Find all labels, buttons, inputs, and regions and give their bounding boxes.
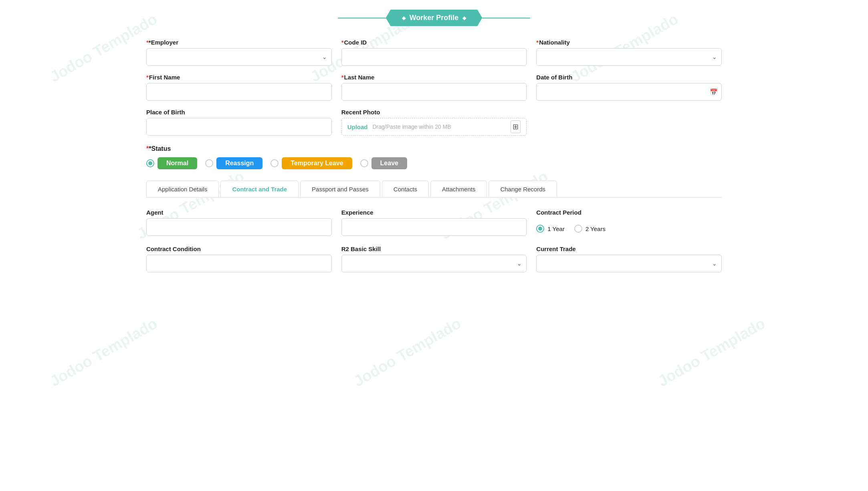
contract-condition-group: Contract Condition xyxy=(146,246,332,272)
header-line-left xyxy=(338,18,386,18)
radio-normal[interactable] xyxy=(146,159,154,167)
contract-period-options: 1 Year 2 Years xyxy=(536,220,722,237)
dob-input[interactable] xyxy=(536,83,722,101)
contract-condition-input[interactable] xyxy=(146,255,332,272)
status-option-reassign[interactable]: Reassign xyxy=(205,157,262,169)
radio-2years[interactable] xyxy=(574,225,582,233)
radio-temp-leave[interactable] xyxy=(270,159,279,167)
experience-input[interactable] xyxy=(341,218,527,236)
tab-content-contract: Agent Experience Contract Period 1 Year xyxy=(146,209,722,272)
current-trade-label: Current Trade xyxy=(536,246,722,252)
page-header: Worker Profile xyxy=(146,10,722,26)
radio-2years-label: 2 Years xyxy=(585,225,606,232)
status-option-leave[interactable]: Leave xyxy=(360,157,407,169)
contract-period-2years[interactable]: 2 Years xyxy=(574,225,606,233)
first-name-input[interactable] xyxy=(146,83,332,101)
status-option-normal[interactable]: Normal xyxy=(146,157,197,169)
tab-attachments[interactable]: Attachments xyxy=(430,181,487,197)
status-section: **Status Normal Reassign Temporary Leave xyxy=(146,145,722,169)
experience-label: Experience xyxy=(341,209,527,216)
place-of-birth-group: Place of Birth xyxy=(146,109,332,136)
first-name-group: *First Name xyxy=(146,74,332,101)
tab-contacts[interactable]: Contacts xyxy=(382,181,429,197)
status-options: Normal Reassign Temporary Leave Leave xyxy=(146,157,722,169)
r2-basic-skill-group: R2 Basic Skill ⌄ xyxy=(341,246,527,272)
employer-group: **Employer ⌄ xyxy=(146,39,332,66)
contract-period-label: Contract Period xyxy=(536,209,722,216)
tab-passport-and-passes[interactable]: Passport and Passes xyxy=(300,181,380,197)
r2-basic-skill-select[interactable] xyxy=(341,255,527,272)
current-trade-wrapper: ⌄ xyxy=(536,255,722,272)
code-id-input[interactable] xyxy=(341,48,527,66)
dob-wrapper: 📅 xyxy=(536,83,722,101)
status-option-temp-leave[interactable]: Temporary Leave xyxy=(270,157,352,169)
first-name-label: *First Name xyxy=(146,74,332,81)
upload-button[interactable]: Upload xyxy=(347,124,368,130)
header-line-right xyxy=(482,18,530,18)
agent-label: Agent xyxy=(146,209,332,216)
recent-photo-group: Recent Photo Upload Drag/Paste image wit… xyxy=(341,109,527,136)
status-badge-normal[interactable]: Normal xyxy=(157,157,197,169)
place-of-birth-input[interactable] xyxy=(146,118,332,136)
contract-condition-label: Contract Condition xyxy=(146,246,332,252)
current-trade-group: Current Trade ⌄ xyxy=(536,246,722,272)
radio-reassign[interactable] xyxy=(205,159,213,167)
radio-1year[interactable] xyxy=(536,225,544,233)
status-label: **Status xyxy=(146,145,722,152)
agent-input[interactable] xyxy=(146,218,332,236)
status-badge-reassign[interactable]: Reassign xyxy=(216,157,262,169)
dob-label: Date of Birth xyxy=(536,74,722,81)
code-id-group: *Code ID xyxy=(341,39,527,66)
agent-group: Agent xyxy=(146,209,332,237)
last-name-label: *Last Name xyxy=(341,74,527,81)
contract-period-group: Contract Period 1 Year 2 Years xyxy=(536,209,722,237)
upload-area[interactable]: Upload Drag/Paste image within 20 MB ⊞ xyxy=(341,118,527,136)
radio-1year-label: 1 Year xyxy=(547,225,565,232)
code-id-label: *Code ID xyxy=(341,39,527,46)
tab-contract-and-trade[interactable]: Contract and Trade xyxy=(220,181,299,197)
nationality-select-wrapper: ⌄ xyxy=(536,48,722,66)
employer-select[interactable] xyxy=(146,48,332,66)
employer-label: **Employer xyxy=(146,39,332,46)
tab-application-details[interactable]: Application Details xyxy=(146,181,219,197)
current-trade-select[interactable] xyxy=(536,255,722,272)
qr-icon[interactable]: ⊞ xyxy=(511,120,521,133)
status-badge-leave[interactable]: Leave xyxy=(371,157,407,169)
contract-period-1year[interactable]: 1 Year xyxy=(536,225,565,233)
last-name-group: *Last Name xyxy=(341,74,527,101)
page-title: Worker Profile xyxy=(386,10,482,26)
place-of-birth-label: Place of Birth xyxy=(146,109,332,116)
tabs-bar: Application Details Contract and Trade P… xyxy=(146,181,722,198)
tab-change-records[interactable]: Change Records xyxy=(489,181,557,197)
r2-basic-skill-label: R2 Basic Skill xyxy=(341,246,527,252)
recent-photo-label: Recent Photo xyxy=(341,109,527,116)
upload-hint: Drag/Paste image within 20 MB xyxy=(373,124,451,130)
last-name-input[interactable] xyxy=(341,83,527,101)
status-badge-temp-leave[interactable]: Temporary Leave xyxy=(282,157,352,169)
radio-leave[interactable] xyxy=(360,159,368,167)
nationality-select[interactable] xyxy=(536,48,722,66)
employer-select-wrapper: ⌄ xyxy=(146,48,332,66)
nationality-label: *Nationality xyxy=(536,39,722,46)
nationality-group: *Nationality ⌄ xyxy=(536,39,722,66)
r2-basic-skill-wrapper: ⌄ xyxy=(341,255,527,272)
dob-group: Date of Birth 📅 xyxy=(536,74,722,101)
experience-group: Experience xyxy=(341,209,527,237)
empty-col xyxy=(536,109,722,136)
